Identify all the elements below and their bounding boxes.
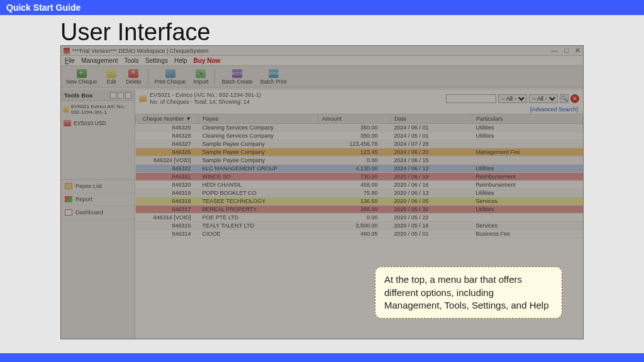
cell-particulars: Utilities <box>472 189 583 197</box>
plus-icon <box>77 69 87 78</box>
cell-payee: TEASEE TECHNOLOGY <box>199 197 318 206</box>
filter-1[interactable]: -- All -- <box>498 94 527 103</box>
folder-icon <box>64 106 69 112</box>
cell-amount: 75.80 <box>318 189 391 197</box>
table-row[interactable]: 846328Cleaning Services Company350.00202… <box>136 132 583 140</box>
batch-print-icon <box>269 69 279 78</box>
cell-cheque-number: 846328 <box>136 132 199 140</box>
toolbar-batch-print[interactable]: Batch Print <box>258 67 289 85</box>
import-icon <box>196 69 206 78</box>
cell-amount: 3,500.00 <box>318 222 391 230</box>
cell-payee: POPD BOOKLET CO <box>199 189 318 197</box>
window-max-button[interactable]: □ <box>564 47 569 55</box>
sidebar-item-payee-list[interactable]: Payee List <box>61 180 135 193</box>
table-row[interactable]: 846320HEDI CHANSIL458.002020 / 06 / 16Re… <box>136 181 583 189</box>
cell-cheque-number: 846317 <box>136 206 199 214</box>
toolbar-print-cheque[interactable]: Print Cheque <box>152 67 189 85</box>
col-amount[interactable]: Amount <box>318 114 391 124</box>
col-particulars[interactable]: Particulars <box>472 114 583 124</box>
toolbar-edit[interactable]: Edit <box>102 67 121 85</box>
toolbar-new-cheque[interactable]: New Cheque <box>64 67 99 85</box>
cell-payee: Cleaning Services Company <box>199 132 318 140</box>
cell-cheque-number: 846316 [VOID] <box>136 214 199 222</box>
cell-cheque-number: 846315 <box>136 222 199 230</box>
col-cheque-number[interactable]: Cheque Number ▼ <box>136 114 199 124</box>
folder-icon <box>64 120 71 126</box>
cell-amount: 123,456.78 <box>318 140 391 148</box>
sidebar-item-dashboard[interactable]: Dashboard <box>61 206 135 219</box>
callout-tooltip: At the top, a menu bar that offers diffe… <box>375 266 562 319</box>
col-date[interactable]: Date <box>391 114 472 124</box>
batch-create-icon <box>232 69 242 78</box>
table-row[interactable]: 846321WINCE SO730.002020 / 06 / 19Reimbu… <box>136 173 583 181</box>
cell-particulars <box>472 140 583 148</box>
table-row[interactable]: 846314CIOOE460.052020 / 05 / 01Business … <box>136 230 583 238</box>
cell-payee: KLC MANAGEMENT GROUP <box>199 165 318 173</box>
menu-file[interactable]: File <box>65 57 75 64</box>
toolbar-batch-create[interactable]: Batch Create <box>219 67 255 85</box>
toolbar-delete[interactable]: Delete <box>123 67 144 85</box>
toolbar: New Cheque Edit Delete Print Cheque Impo… <box>61 66 583 87</box>
table-row[interactable]: 846327Sample Payee Company123,456.782024… <box>136 140 583 148</box>
cell-payee: Cleaning Services Company <box>199 124 318 132</box>
table-row[interactable]: 846324 [VOID]Sample Payee Company0.00202… <box>136 156 583 165</box>
cell-amount: 730.00 <box>318 173 391 181</box>
cell-amount: 4,130.00 <box>318 165 391 173</box>
menubar: File Management Tools Settings Help Buy … <box>61 56 583 66</box>
menu-management[interactable]: Management <box>81 57 118 64</box>
cell-payee: POE PTE LTD <box>199 214 318 222</box>
cell-payee: Sample Payee Company <box>199 140 318 148</box>
col-payee[interactable]: Payee <box>199 114 318 124</box>
sidebar-item-report[interactable]: Report <box>61 193 135 206</box>
table-row[interactable]: 846317BEREAL PROPERTY356.002020 / 05 / 3… <box>136 206 583 214</box>
filter-2[interactable]: -- All -- <box>529 94 558 103</box>
table-row[interactable]: 846319POPD BOOKLET CO75.802020 / 06 / 13… <box>136 189 583 197</box>
table-row[interactable]: 846329Cleaning Services Company350.00202… <box>136 124 583 132</box>
titlebar: ***Trial Version*** DEMO Workspace | Che… <box>61 46 583 56</box>
cell-payee: Sample Payee Company <box>199 156 318 165</box>
toolbar-import[interactable]: Import <box>191 67 211 85</box>
cell-payee: WINCE SO <box>199 173 318 181</box>
sidebar-account-2[interactable]: EVS010 USD <box>61 118 135 129</box>
sidebar: Tools Box EVS021 Evinco A/C No.: 932-129… <box>61 90 135 339</box>
cell-cheque-number: 846321 <box>136 173 199 181</box>
cell-cheque-number: 846320 <box>136 181 199 189</box>
window-close-button[interactable]: ✕ <box>575 47 580 55</box>
cell-particulars: Services <box>472 222 583 230</box>
table-row[interactable]: 846318TEASEE TECHNOLOGY136.502020 / 06 /… <box>136 197 583 206</box>
sidebar-view-icon[interactable] <box>125 92 131 99</box>
page-title: User Interface <box>0 15 644 48</box>
clear-button[interactable]: ✕ <box>570 94 579 103</box>
cell-cheque-number: 846326 <box>136 148 199 156</box>
menu-buy-now[interactable]: Buy Now <box>194 57 221 64</box>
cell-payee: TEALY TALENT LTD <box>199 222 318 230</box>
sidebar-view-icon[interactable] <box>118 92 124 99</box>
cell-particulars: Reimbursement <box>472 181 583 189</box>
table-row[interactable]: 846322KLC MANAGEMENT GROUP4,130.002024 /… <box>136 165 583 173</box>
cell-amount: 458.00 <box>318 181 391 189</box>
menu-settings[interactable]: Settings <box>145 57 168 64</box>
cell-particulars: Utilities <box>472 132 583 140</box>
search-button[interactable]: 🔍 <box>560 94 569 103</box>
search-input[interactable] <box>446 94 496 103</box>
table-row[interactable]: 846316 [VOID]POE PTE LTD0.002020 / 05 / … <box>136 214 583 222</box>
cell-amount: 0.00 <box>318 214 391 222</box>
sidebar-view-icon[interactable] <box>110 92 116 99</box>
cell-particulars <box>472 156 583 165</box>
menu-help[interactable]: Help <box>174 57 187 64</box>
table-row[interactable]: 846326Sample Payee Company123.452024 / 0… <box>136 148 583 156</box>
toolbar-separator <box>214 69 215 84</box>
dashboard-icon <box>65 209 72 216</box>
cell-particulars <box>472 214 583 222</box>
table-row[interactable]: 846315TEALY TALENT LTD3,500.002020 / 05 … <box>136 222 583 230</box>
bottom-banner <box>0 353 644 362</box>
cheque-table: Cheque Number ▼ Payee Amount Date Partic… <box>135 114 583 238</box>
sidebar-account-1[interactable]: EVS021 Evinco A/C No.: 932-1294-391-1 <box>61 101 135 118</box>
cell-date: 2020 / 06 / 05 <box>391 197 472 206</box>
cell-particulars: Utilities <box>472 124 583 132</box>
cell-particulars: Management Fee <box>472 148 583 156</box>
menu-tools[interactable]: Tools <box>125 57 139 64</box>
window-min-button[interactable]: — <box>551 47 558 55</box>
sidebar-header: Tools Box <box>61 90 135 101</box>
advanced-search-link[interactable]: [Advanced Search] <box>530 106 578 112</box>
